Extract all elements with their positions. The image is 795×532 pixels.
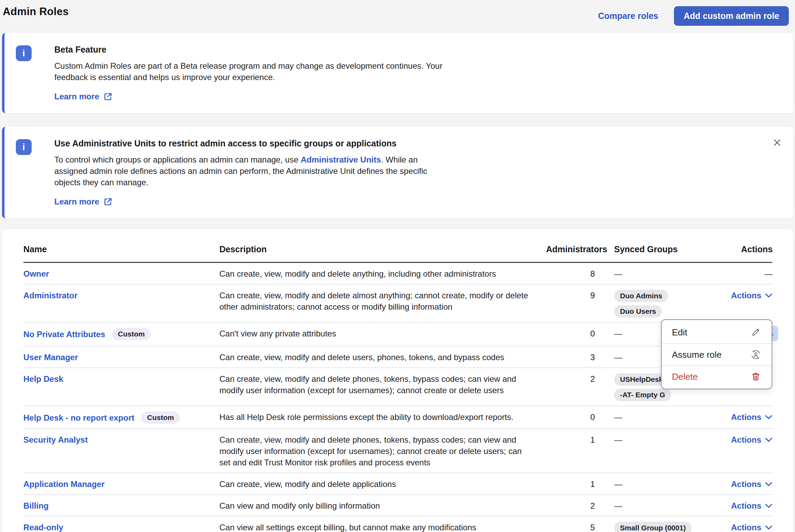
role-description-cell: Can create, view, modify and delete user… [219, 352, 546, 363]
role-name-link[interactable]: Application Manager [23, 478, 105, 490]
learn-more-label: Learn more [54, 197, 99, 207]
table-row: Help Desk - no report exportCustom Has a… [23, 406, 772, 429]
actions-button[interactable]: Actions [731, 522, 773, 532]
actions-label: Actions [731, 434, 761, 445]
role-name-cell: No Private AttributesCustom [23, 328, 219, 340]
role-name-link[interactable]: Help Desk [23, 373, 63, 385]
empty-placeholder: — [614, 269, 622, 278]
info-icon: i [16, 45, 32, 61]
table-header-row: Name Description Administrators Synced G… [23, 229, 772, 263]
synced-groups-cell: Small Group (0001) [595, 522, 728, 532]
synced-group-badge: -AT- Empty G [614, 389, 671, 401]
administrative-units-link[interactable]: Administrative Units [301, 155, 381, 164]
column-header-description: Description [219, 244, 546, 262]
role-description-cell: Has all Help Desk role permissions excep… [219, 411, 546, 423]
actions-cell: — [728, 268, 773, 279]
topbar: Admin Roles Compare roles Add custom adm… [0, 0, 795, 33]
page-title: Admin Roles [3, 5, 69, 18]
close-banner-button[interactable] [770, 136, 784, 149]
synced-groups-cell: — [595, 411, 728, 423]
role-name-link[interactable]: Owner [23, 268, 49, 279]
actions-button[interactable]: Actions [731, 500, 773, 511]
trash-icon [750, 371, 761, 382]
banner-body-text: To control which groups or applications … [54, 155, 301, 164]
role-name-cell: Administrator [23, 290, 219, 301]
role-name-link[interactable]: Administrator [23, 290, 77, 301]
actions-button[interactable]: Actions [731, 478, 773, 490]
chevron-down-icon [765, 414, 773, 420]
administrators-count-cell: 9 [546, 290, 595, 301]
actions-label: Actions [731, 500, 761, 511]
external-link-icon [104, 197, 112, 206]
administrators-count-cell: 1 [546, 478, 595, 490]
empty-placeholder: — [764, 269, 773, 278]
synced-groups-cell: — [595, 434, 728, 445]
actions-button[interactable]: Actions [731, 411, 773, 423]
administrators-count-cell: 2 [546, 373, 595, 385]
synced-groups-cell: — [595, 500, 728, 511]
learn-more-link[interactable]: Learn more [54, 92, 112, 101]
column-header-administrators: Administrators [546, 244, 595, 262]
menu-item-edit[interactable]: Edit [662, 321, 772, 343]
admin-units-banner: i Use Administrative Units to restrict a… [2, 127, 793, 218]
menu-item-delete[interactable]: Delete [662, 365, 772, 387]
empty-placeholder: — [614, 501, 622, 510]
administrators-count-cell: 5 [546, 522, 595, 532]
synced-groups-cell: — [595, 268, 728, 279]
actions-cell: Actions [728, 522, 773, 532]
menu-item-label: Assume role [672, 350, 722, 360]
synced-groups-cell: Duo AdminsDuo Users [595, 290, 728, 318]
close-icon [772, 137, 782, 148]
column-header-actions: Actions [728, 244, 773, 262]
table-row: Help Desk Can create, view, modify and d… [23, 368, 772, 406]
administrators-count-cell: 3 [546, 352, 595, 363]
column-header-name: Name [23, 244, 219, 262]
banner-title: Use Administrative Units to restrict adm… [54, 138, 450, 148]
banner-body: To control which groups or applications … [54, 154, 450, 188]
actions-cell: Actions [728, 434, 773, 445]
role-name-link[interactable]: No Private Attributes [23, 329, 105, 340]
role-name-cell: Help Desk - no report exportCustom [23, 411, 219, 424]
banner-title: Beta Feature [54, 45, 450, 55]
administrators-count-cell: 0 [546, 411, 595, 423]
table-row: Security Analyst Can create, view, modif… [23, 429, 772, 473]
table-body: Owner Can create, view, modify and delet… [23, 263, 772, 532]
administrators-count-cell: 0 [546, 328, 595, 339]
custom-badge: Custom [112, 328, 151, 340]
assume-role-icon [750, 349, 761, 360]
empty-placeholder: — [614, 353, 622, 362]
role-name-link[interactable]: Help Desk - no report export [23, 412, 134, 423]
role-name-cell: Help Desk [23, 373, 219, 385]
role-name-cell: Read-only [23, 522, 219, 532]
role-name-cell: User Manager [23, 352, 219, 363]
actions-cell: Actions [728, 411, 773, 423]
pencil-icon [750, 327, 761, 338]
menu-item-label: Delete [672, 372, 698, 382]
role-description-cell: Can't view any private attributes [219, 328, 546, 339]
menu-item-assume-role[interactable]: Assume role [662, 343, 772, 365]
synced-group-badge: Small Group (0001) [614, 522, 691, 532]
synced-group-badge: Duo Admins [614, 290, 668, 302]
chevron-down-icon [765, 525, 773, 530]
actions-button[interactable]: Actions [731, 434, 773, 445]
beta-feature-banner: i Beta Feature Custom Admin Roles are pa… [2, 33, 793, 113]
role-name-link[interactable]: User Manager [23, 352, 78, 363]
role-name-link[interactable]: Security Analyst [23, 434, 88, 445]
learn-more-link[interactable]: Learn more [54, 197, 112, 207]
actions-label: Actions [731, 411, 761, 423]
role-description-cell: Can create, view, modify and delete anyt… [219, 268, 546, 279]
add-custom-admin-role-button[interactable]: Add custom admin role [674, 6, 789, 26]
empty-placeholder: — [614, 329, 622, 338]
compare-roles-link[interactable]: Compare roles [598, 11, 658, 21]
role-name-link[interactable]: Billing [23, 500, 48, 511]
learn-more-label: Learn more [54, 92, 99, 101]
table-row: Administrator Can create, view, modify a… [23, 285, 772, 323]
actions-menu: Edit Assume role Delete [661, 319, 772, 389]
role-name-link[interactable]: Read-only [23, 522, 63, 532]
actions-button[interactable]: Actions [731, 290, 773, 301]
synced-groups-cell: — [595, 478, 728, 490]
administrators-count-cell: 1 [546, 434, 595, 445]
administrators-count-cell: 2 [546, 500, 595, 511]
empty-placeholder: — [614, 479, 622, 489]
info-icon: i [16, 139, 32, 155]
